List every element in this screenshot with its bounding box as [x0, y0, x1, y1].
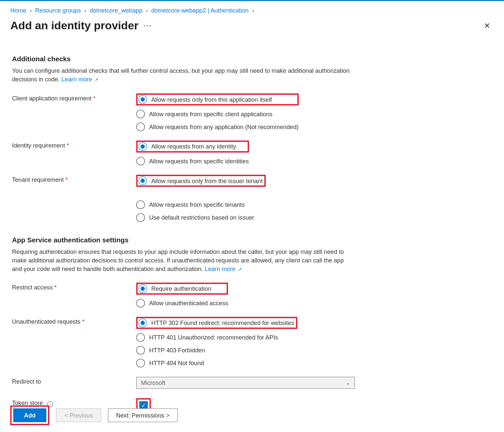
close-icon[interactable]: ✕: [480, 19, 493, 32]
radio-http-401[interactable]: HTTP 401 Unauthorized: recommended for A…: [136, 333, 297, 342]
radio-tenant-specific[interactable]: Allow requests from specific tenants: [136, 200, 265, 209]
radio-label: Require authentication: [151, 285, 211, 292]
radio-icon: [138, 142, 147, 150]
additional-checks-heading: Additional checks: [12, 55, 492, 63]
external-link-icon: ↗: [95, 77, 99, 83]
radio-label: HTTP 404 Not found: [149, 360, 204, 367]
radio-label: Allow requests from specific client appl…: [149, 110, 272, 117]
radio-label: HTTP 401 Unauthorized: recommended for A…: [149, 334, 278, 341]
learn-more-text: Learn more: [205, 266, 235, 273]
radio-icon: [136, 110, 145, 118]
label-text: Tenant requirement: [12, 176, 64, 183]
auth-settings-heading: App Service authentication settings: [12, 236, 492, 244]
breadcrumb-webapp[interactable]: dotnetcore_webapp: [90, 7, 142, 14]
more-actions-icon[interactable]: ···: [144, 22, 152, 29]
highlight-box: HTTP 302 Found redirect: recommended for…: [136, 317, 297, 329]
radio-client-self[interactable]: Allow requests only from this applicatio…: [138, 95, 272, 103]
radio-client-any[interactable]: Allow requests from any application (Not…: [136, 122, 298, 131]
learn-more-link-2[interactable]: Learn more ↗: [205, 266, 242, 273]
tenant-label: Tenant requirement*: [12, 175, 136, 183]
next-permissions-button[interactable]: Next: Permissions >: [108, 409, 178, 422]
identity-label: Identity requirement*: [12, 140, 136, 148]
highlight-box: Allow requests only from the issuer tena…: [136, 175, 265, 186]
auth-settings-desc: Requiring authentication ensures that re…: [12, 247, 355, 273]
chevron-right-icon: ›: [84, 7, 86, 14]
radio-client-specific[interactable]: Allow requests from specific client appl…: [136, 110, 298, 118]
page-title-text: Add an identity provider: [10, 19, 138, 32]
client-app-label: Client application requirement*: [12, 93, 136, 101]
radio-identity-any[interactable]: Allow requests from any identity: [138, 142, 236, 150]
breadcrumb-resource-groups[interactable]: Resource groups: [35, 7, 81, 14]
chevron-right-icon: ›: [252, 7, 254, 14]
radio-icon: [138, 284, 147, 293]
redirect-label: Redirect to: [12, 377, 136, 385]
highlight-box: Require authentication: [136, 283, 228, 295]
radio-icon: [136, 213, 145, 222]
unauth-label: Unauthenticated requests*: [12, 317, 136, 325]
radio-tenant-issuer[interactable]: Allow requests only from the issuer tena…: [138, 176, 263, 185]
redirect-select[interactable]: Microsoft ⌄: [136, 377, 355, 389]
radio-label: HTTP 403 Forbidden: [149, 347, 205, 354]
previous-button: < Previous: [56, 409, 101, 422]
learn-more-text: Learn more: [61, 76, 92, 83]
radio-icon: [138, 176, 147, 185]
radio-http-302[interactable]: HTTP 302 Found redirect: recommended for…: [138, 319, 294, 327]
external-link-icon: ↗: [238, 267, 242, 272]
radio-label: Allow requests only from the issuer tena…: [151, 177, 263, 184]
radio-icon: [136, 359, 145, 367]
chevron-right-icon: ›: [30, 7, 32, 14]
learn-more-link[interactable]: Learn more ↗: [61, 76, 98, 83]
highlight-box: Allow requests only from this applicatio…: [136, 93, 298, 105]
chevron-down-icon: ⌄: [346, 380, 350, 386]
radio-require-auth[interactable]: Require authentication: [138, 284, 211, 293]
radio-http-403[interactable]: HTTP 403 Forbidden: [136, 346, 297, 355]
select-value: Microsoft: [141, 380, 165, 387]
label-text: Unauthenticated requests: [12, 318, 80, 325]
identity-radio-group: Allow requests from any identity Allow r…: [136, 140, 249, 165]
radio-identity-specific[interactable]: Allow requests from specific identities: [136, 157, 249, 165]
radio-label: Use default restrictions based on issuer: [149, 214, 254, 221]
radio-icon: [136, 333, 145, 342]
chevron-right-icon: ›: [146, 7, 148, 14]
unauth-radio-group: HTTP 302 Found redirect: recommended for…: [136, 317, 297, 367]
label-text: Client application requirement: [12, 94, 91, 101]
radio-icon: [136, 122, 145, 131]
radio-icon: [136, 200, 145, 209]
breadcrumb-home[interactable]: Home: [10, 7, 26, 14]
radio-http-404[interactable]: HTTP 404 Not found: [136, 359, 297, 367]
highlight-box: Allow requests from any identity: [136, 140, 249, 152]
radio-label: Allow requests from specific identities: [149, 157, 249, 164]
radio-icon: [136, 157, 145, 165]
required-indicator: *: [54, 284, 57, 291]
client-app-radio-group: Allow requests only from this applicatio…: [136, 93, 298, 131]
required-indicator: *: [65, 176, 68, 183]
radio-tenant-default[interactable]: Use default restrictions based on issuer: [136, 213, 265, 222]
footer-bar: Add < Previous Next: Permissions >: [0, 399, 504, 432]
page-title: Add an identity provider ···: [10, 19, 152, 32]
required-indicator: *: [82, 318, 84, 325]
radio-allow-unauth[interactable]: Allow unauthenticated access: [136, 299, 228, 308]
radio-label: Allow requests only from this applicatio…: [151, 96, 272, 103]
radio-icon: [138, 319, 147, 327]
radio-label: Allow requests from any application (Not…: [149, 123, 298, 130]
breadcrumb: Home › Resource groups › dotnetcore_weba…: [0, 1, 504, 16]
desc-text: Requiring authentication ensures that re…: [12, 248, 344, 273]
restrict-access-label: Restrict access*: [12, 283, 136, 291]
required-indicator: *: [93, 94, 95, 101]
radio-icon: [138, 95, 147, 103]
add-button[interactable]: Add: [13, 409, 46, 422]
label-text: Identity requirement: [12, 142, 65, 148]
restrict-radio-group: Require authentication Allow unauthentic…: [136, 283, 228, 308]
radio-icon: [136, 299, 145, 308]
breadcrumb-auth[interactable]: dotnetcore-webapp2 | Authentication: [151, 7, 249, 14]
tenant-radio-group: Allow requests only from the issuer tena…: [136, 175, 265, 222]
radio-label: Allow requests from specific tenants: [149, 201, 245, 208]
radio-icon: [136, 346, 145, 355]
radio-label: Allow requests from any identity: [151, 143, 236, 150]
additional-checks-desc: You can configure additional checks that…: [12, 67, 355, 84]
label-text: Restrict access: [12, 284, 52, 291]
radio-label: HTTP 302 Found redirect: recommended for…: [151, 320, 294, 327]
radio-label: Allow unauthenticated access: [149, 300, 228, 307]
required-indicator: *: [67, 142, 69, 148]
highlight-box: Add: [10, 405, 49, 425]
